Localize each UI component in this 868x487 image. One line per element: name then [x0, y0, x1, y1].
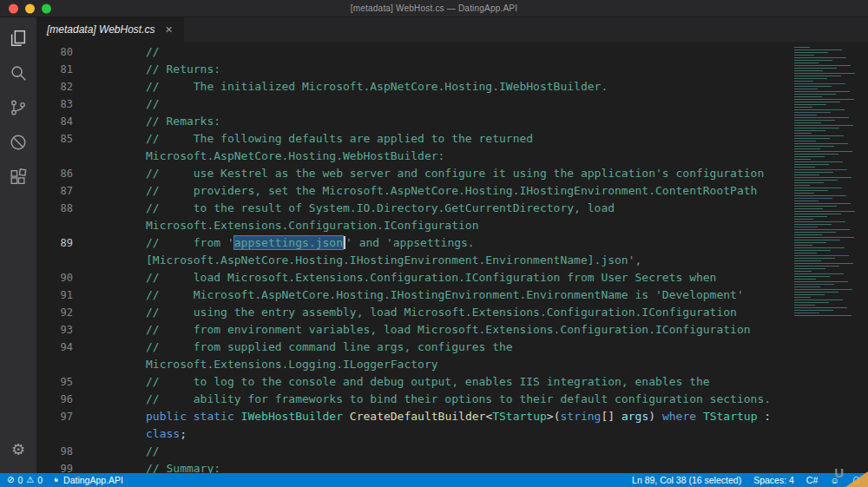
code-editor[interactable]: 80//81// Returns:82// The initialized Mi…: [36, 42, 786, 473]
code-row[interactable]: [Microsoft.AspNetCore.Hosting.IHostingEn…: [36, 252, 786, 269]
problems-indicator[interactable]: ⊘ 0 ⚠ 0: [7, 475, 43, 485]
line-number[interactable]: 83: [36, 95, 89, 113]
line-number[interactable]: 95: [36, 373, 89, 391]
explorer-icon[interactable]: [0, 21, 36, 56]
code-line-text: class;: [89, 425, 187, 443]
line-number[interactable]: 97: [36, 408, 89, 425]
minimap[interactable]: [786, 42, 868, 473]
error-icon: ⊘: [7, 476, 14, 484]
project-selector[interactable]: DatingApp.API: [51, 475, 123, 485]
vscode-window: [metadata] WebHost.cs — DatingApp.API: [0, 0, 868, 487]
indentation-setting[interactable]: Spaces: 4: [753, 475, 794, 485]
line-number[interactable]: 99: [36, 460, 89, 473]
code-line-text: // to the result of System.IO.Directory.…: [89, 200, 615, 217]
code-line-text: //: [89, 443, 160, 460]
line-number[interactable]: 88: [36, 200, 89, 217]
warning-count: 0: [37, 475, 43, 485]
code-line-text: [Microsoft.AspNetCore.Hosting.IHostingEn…: [89, 252, 641, 269]
tab-bar: [metadata] WebHost.cs ×: [36, 17, 868, 42]
line-number[interactable]: 86: [36, 165, 89, 182]
editor-group: [metadata] WebHost.cs × 80//81// Returns…: [36, 17, 868, 473]
code-row[interactable]: 93// from environment variables, load Mi…: [36, 321, 786, 339]
close-window-button[interactable]: [9, 3, 18, 13]
line-number[interactable]: [36, 425, 89, 443]
window-title: [metadata] WebHost.cs — DatingApp.API: [351, 3, 517, 13]
cursor-position[interactable]: Ln 89, Col 38 (16 selected): [632, 475, 741, 485]
code-row[interactable]: 82// The initialized Microsoft.AspNetCor…: [36, 78, 786, 95]
window-controls: [9, 3, 51, 13]
line-number[interactable]: 90: [36, 269, 89, 286]
code-line-text: //: [89, 95, 160, 113]
line-number[interactable]: [36, 217, 89, 234]
line-number[interactable]: 82: [36, 78, 89, 95]
code-line-text: Microsoft.AspNetCore.Hosting.WebHostBuil…: [89, 148, 444, 165]
feedback-smiley-icon[interactable]: ☺: [830, 475, 839, 485]
debug-icon[interactable]: [0, 125, 36, 160]
code-line-text: // from environment variables, load Micr…: [89, 321, 751, 339]
code-row[interactable]: 85// The following defaults are applied …: [36, 130, 786, 148]
code-row[interactable]: 96// ability for frameworks to bind thei…: [36, 391, 786, 408]
settings-gear-icon[interactable]: ⚙: [11, 435, 25, 464]
code-row[interactable]: 84// Remarks:: [36, 113, 786, 130]
code-line-text: public static IWebHostBuilder CreateDefa…: [89, 408, 771, 425]
code-line-text: // Microsoft.AspNetCore.Hosting.IHosting…: [89, 286, 744, 304]
project-name: DatingApp.API: [63, 475, 123, 485]
line-number[interactable]: 93: [36, 321, 89, 339]
error-count: 0: [17, 475, 23, 485]
line-number[interactable]: 85: [36, 130, 89, 148]
code-row[interactable]: class;: [36, 425, 786, 443]
code-row[interactable]: 94// from supplied command line args, co…: [36, 339, 786, 356]
code-row[interactable]: 88// to the result of System.IO.Director…: [36, 200, 786, 217]
line-number[interactable]: 81: [36, 61, 89, 78]
line-number[interactable]: 98: [36, 443, 89, 460]
code-row[interactable]: 90// load Microsoft.Extensions.Configura…: [36, 269, 786, 286]
language-mode[interactable]: C#: [806, 475, 818, 485]
code-row[interactable]: Microsoft.Extensions.Configuration.IConf…: [36, 217, 786, 234]
code-row[interactable]: 81// Returns:: [36, 61, 786, 78]
status-left: ⊘ 0 ⚠ 0 DatingApp.API: [7, 475, 123, 485]
code-row[interactable]: 86// use Kestrel as the web server and c…: [36, 165, 786, 182]
extensions-icon[interactable]: [0, 160, 36, 194]
code-row[interactable]: 99// Summary:: [36, 460, 786, 473]
code-line-text: // Returns:: [89, 61, 220, 78]
code-line-text: // Remarks:: [89, 113, 220, 130]
notifications-bell-icon[interactable]: [852, 476, 861, 485]
line-number[interactable]: 96: [36, 391, 89, 408]
line-number[interactable]: [36, 252, 89, 269]
code-line-text: // from 'appsettings.json' and 'appsetti…: [89, 234, 475, 252]
source-control-icon[interactable]: [0, 90, 36, 125]
line-number[interactable]: 94: [36, 339, 89, 356]
line-number[interactable]: 87: [36, 182, 89, 200]
line-number[interactable]: 80: [36, 43, 89, 61]
activity-bar: ⚙: [0, 17, 36, 473]
code-row[interactable]: 89// from 'appsettings.json' and 'appset…: [36, 234, 786, 252]
code-row[interactable]: 87// providers, set the Microsoft.AspNet…: [36, 182, 786, 200]
code-row[interactable]: 98//: [36, 443, 786, 460]
code-row[interactable]: 80//: [36, 43, 786, 61]
tab-close-icon[interactable]: ×: [166, 23, 173, 36]
code-row[interactable]: 83//: [36, 95, 786, 113]
code-line-text: // ability for frameworks to bind their …: [89, 391, 771, 408]
search-icon[interactable]: [0, 56, 36, 90]
editor-area: 80//81// Returns:82// The initialized Mi…: [36, 42, 868, 473]
maximize-window-button[interactable]: [42, 3, 51, 13]
code-line-text: // The following defaults are applied to…: [89, 130, 533, 148]
code-line-text: Microsoft.Extensions.Logging.ILoggerFact…: [89, 356, 438, 373]
code-row[interactable]: 91// Microsoft.AspNetCore.Hosting.IHosti…: [36, 286, 786, 304]
tab-webhost[interactable]: [metadata] WebHost.cs ×: [36, 17, 184, 42]
line-number[interactable]: [36, 148, 89, 165]
warning-icon: ⚠: [26, 476, 34, 484]
line-number[interactable]: [36, 356, 89, 373]
code-row[interactable]: 95// to log to the console and debug out…: [36, 373, 786, 391]
minimize-window-button[interactable]: [25, 3, 35, 13]
line-number[interactable]: 92: [36, 304, 89, 321]
code-line-text: // to log to the console and debug outpu…: [89, 373, 710, 391]
line-number[interactable]: 89: [36, 234, 89, 252]
code-row[interactable]: Microsoft.Extensions.Logging.ILoggerFact…: [36, 356, 786, 373]
line-number[interactable]: 91: [36, 286, 89, 304]
line-number[interactable]: 84: [36, 113, 89, 130]
code-row[interactable]: 97public static IWebHostBuilder CreateDe…: [36, 408, 786, 425]
code-row[interactable]: Microsoft.AspNetCore.Hosting.WebHostBuil…: [36, 148, 786, 165]
code-row[interactable]: 92// using the entry assembly, load Micr…: [36, 304, 786, 321]
code-line-text: // Summary:: [89, 460, 220, 473]
